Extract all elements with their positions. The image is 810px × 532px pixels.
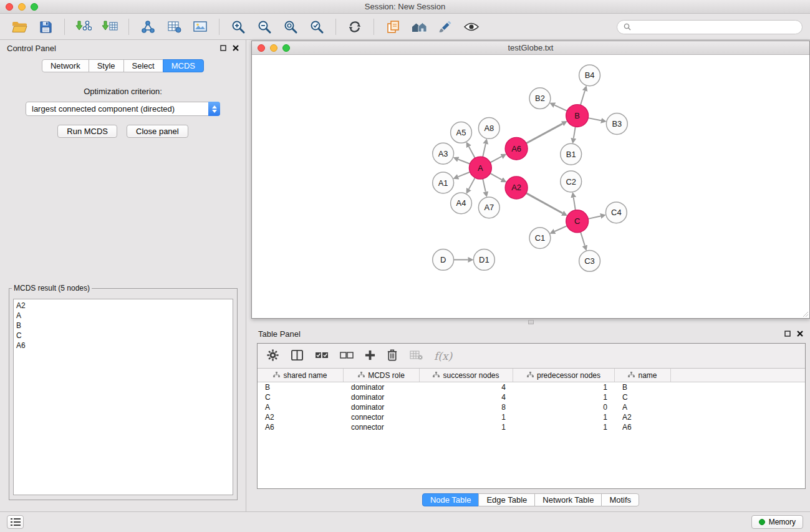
tab-style[interactable]: Style (89, 59, 124, 72)
node-B4[interactable]: B4 (579, 65, 600, 86)
table-settings-button[interactable] (266, 349, 279, 364)
criterion-dropdown[interactable]: largest connected component (directed) (26, 102, 220, 116)
export-image-button[interactable] (188, 16, 212, 37)
mcds-result-item[interactable]: A6 (16, 341, 230, 351)
close-panel-icon[interactable] (797, 331, 803, 337)
node-C4[interactable]: C4 (605, 202, 627, 223)
edge-A-A4[interactable] (469, 178, 475, 189)
mcds-result-item[interactable]: B (16, 321, 230, 331)
edge-A-A2[interactable] (490, 173, 502, 180)
node-D1[interactable]: D1 (473, 249, 494, 271)
show-columns-button[interactable] (291, 349, 304, 363)
table-row[interactable]: Adominator80A (258, 402, 805, 412)
node-A6[interactable]: A6 (505, 137, 528, 160)
edge-A-A1[interactable] (458, 172, 470, 177)
node-C2[interactable]: C2 (561, 171, 582, 192)
node-A[interactable]: A (469, 157, 491, 179)
close-panel-button[interactable]: Close panel (127, 125, 188, 138)
edge-B-B2[interactable] (554, 105, 567, 111)
node-A8[interactable]: A8 (478, 118, 499, 139)
zoom-selected-button[interactable] (305, 16, 329, 37)
zoom-in-button[interactable] (226, 16, 250, 37)
close-panel-icon[interactable] (233, 45, 239, 51)
delete-column-button[interactable] (387, 349, 398, 363)
close-window-button[interactable] (6, 3, 13, 11)
panel-splitter[interactable] (251, 319, 810, 325)
toggle-visibility-button[interactable] (460, 16, 483, 37)
node-A3[interactable]: A3 (433, 143, 454, 164)
network-window-close-button[interactable] (258, 44, 265, 52)
node-D[interactable]: D (433, 249, 454, 271)
minimize-window-button[interactable] (18, 3, 26, 11)
mcds-result-item[interactable]: C (16, 331, 230, 341)
tab-edge-table[interactable]: Edge Table (478, 493, 535, 506)
edge-A6-B[interactable] (526, 123, 562, 143)
import-table-button[interactable] (98, 16, 122, 37)
node-B[interactable]: B (566, 105, 589, 127)
memory-button[interactable]: Memory (751, 515, 803, 529)
run-mcds-button[interactable]: Run MCDS (57, 125, 117, 138)
edge-A-A6[interactable] (490, 157, 501, 163)
resize-grip-icon[interactable] (803, 311, 809, 317)
network-window-zoom-button[interactable] (282, 44, 290, 52)
tab-network[interactable]: Network (42, 59, 89, 72)
apply-style-button[interactable] (433, 16, 457, 37)
search-input[interactable] (635, 22, 796, 31)
edge-C-C1[interactable] (555, 226, 567, 231)
float-panel-icon[interactable] (784, 331, 791, 337)
tab-motifs[interactable]: Motifs (601, 493, 639, 506)
save-session-button[interactable] (34, 16, 57, 37)
column-header-name[interactable]: name (615, 369, 671, 382)
zoom-fit-button[interactable] (279, 16, 302, 37)
edge-B-B3[interactable] (588, 118, 601, 120)
node-C3[interactable]: C3 (579, 251, 600, 272)
clone-network-button[interactable] (381, 16, 405, 37)
edge-A2-C[interactable] (526, 193, 562, 213)
import-network-button[interactable] (72, 16, 95, 37)
column-header-MCDS-role[interactable]: MCDS role (344, 369, 420, 382)
panel-selector-button[interactable] (7, 515, 24, 529)
node-C[interactable]: C (566, 210, 589, 233)
table-row[interactable]: Bdominator41B (258, 382, 805, 392)
node-A1[interactable]: A1 (433, 172, 454, 193)
network-canvas[interactable]: B4B2BB3A5A8A6B1A3AC2A1A2A4A7C4CC1C3DD1 (252, 56, 809, 318)
edge-A-A3[interactable] (458, 160, 470, 164)
float-panel-icon[interactable] (220, 45, 226, 51)
mcds-result-item[interactable]: A (16, 311, 230, 321)
show-network-overview-button[interactable] (407, 16, 431, 37)
node-A7[interactable]: A7 (478, 197, 499, 218)
unselect-all-button[interactable] (340, 350, 354, 362)
network-window-minimize-button[interactable] (270, 44, 277, 52)
node-A5[interactable]: A5 (451, 122, 472, 143)
column-header-predecessor-nodes[interactable]: predecessor nodes (513, 369, 615, 382)
mcds-result-item[interactable]: A2 (16, 301, 230, 311)
table-row[interactable]: A6connector11A6 (258, 422, 805, 432)
zoom-out-button[interactable] (253, 16, 276, 37)
add-column-button[interactable] (365, 350, 375, 362)
tab-mcds[interactable]: MCDS (163, 59, 204, 72)
tab-select[interactable]: Select (123, 59, 163, 72)
node-B2[interactable]: B2 (529, 88, 551, 109)
apply-layout-button[interactable] (343, 16, 367, 37)
column-header-successor-nodes[interactable]: successor nodes (420, 369, 513, 382)
tab-node-table[interactable]: Node Table (422, 493, 480, 506)
edge-C-C2[interactable] (574, 198, 576, 210)
open-session-button[interactable] (7, 16, 31, 37)
edge-A-A7[interactable] (483, 179, 486, 192)
select-all-button[interactable] (315, 350, 329, 362)
edge-C-C3[interactable] (581, 232, 585, 246)
edge-A-A8[interactable] (483, 144, 486, 157)
edge-C-C4[interactable] (588, 216, 600, 218)
column-header-shared-name[interactable]: shared name (258, 369, 344, 382)
tab-network-table[interactable]: Network Table (534, 493, 602, 506)
edge-B-B1[interactable] (574, 127, 576, 138)
node-A2[interactable]: A2 (505, 177, 528, 199)
zoom-window-button[interactable] (31, 3, 38, 11)
new-network-button[interactable] (136, 16, 160, 37)
node-C1[interactable]: C1 (529, 228, 551, 249)
node-A4[interactable]: A4 (451, 193, 472, 214)
table-row[interactable]: Cdominator41C (258, 392, 805, 402)
edge-A-A5[interactable] (469, 147, 475, 158)
mcds-result-list[interactable]: A2ABCA6 (13, 299, 233, 495)
table-row[interactable]: A2connector11A2 (258, 412, 805, 422)
